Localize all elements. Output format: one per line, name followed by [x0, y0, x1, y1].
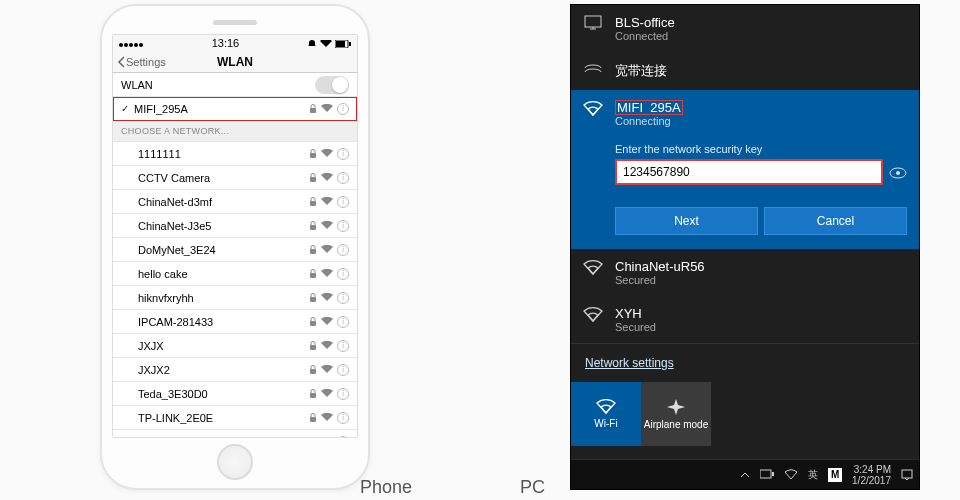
wifi-tile-label: Wi-Fi: [594, 418, 617, 429]
info-icon[interactable]: i: [337, 103, 349, 115]
pc-network-item[interactable]: ChinaNet-uR56Secured: [571, 249, 919, 296]
info-icon[interactable]: i: [337, 340, 349, 352]
security-key-panel: Enter the network security key: [571, 137, 919, 197]
network-name: Teda_3E30D0: [138, 388, 208, 400]
network-row[interactable]: ChinaNet-d3mfi: [113, 190, 357, 214]
network-settings-link[interactable]: Network settings: [571, 343, 919, 382]
tray-clock[interactable]: 3:24 PM 1/2/2017: [852, 464, 891, 486]
svg-rect-22: [902, 470, 912, 478]
network-name: hiknvfxryhh: [138, 292, 194, 304]
wifi-icon: [321, 317, 333, 326]
svg-rect-1: [336, 41, 345, 47]
lock-icon: [309, 197, 317, 207]
network-row[interactable]: CCTV Camerai: [113, 166, 357, 190]
network-name: CCTV Camera: [138, 172, 210, 184]
lock-icon: [309, 245, 317, 255]
network-row[interactable]: 1111111i: [113, 142, 357, 166]
svg-rect-15: [310, 417, 316, 422]
tray-chevron-up-icon[interactable]: [740, 469, 750, 481]
tray-wifi-icon[interactable]: [784, 469, 798, 480]
back-button[interactable]: Settings: [117, 56, 166, 68]
info-icon[interactable]: i: [337, 268, 349, 280]
taskbar: 英 M 3:24 PM 1/2/2017: [571, 459, 919, 489]
wifi-icon: [321, 341, 333, 350]
security-key-label: Enter the network security key: [615, 143, 907, 155]
network-row[interactable]: IPCAM-281433i: [113, 310, 357, 334]
security-key-input[interactable]: [615, 159, 883, 185]
network-row[interactable]: DoMyNet_3E24i: [113, 238, 357, 262]
network-row[interactable]: JXJX2i: [113, 358, 357, 382]
info-icon[interactable]: i: [337, 412, 349, 424]
network-name: IPCAM-281433: [138, 316, 213, 328]
network-row[interactable]: ChinaNet-J3e5i: [113, 214, 357, 238]
pc-caption: PC: [520, 477, 545, 498]
svg-rect-20: [760, 470, 771, 478]
info-icon[interactable]: i: [337, 436, 349, 439]
network-row[interactable]: TP-LINK_DD08i: [113, 430, 357, 438]
info-icon[interactable]: i: [337, 292, 349, 304]
info-icon[interactable]: i: [337, 196, 349, 208]
network-row[interactable]: TP-LINK_2E0Ei: [113, 406, 357, 430]
next-button[interactable]: Next: [615, 207, 758, 235]
network-name: TP-LINK_2E0E: [138, 412, 213, 424]
battery-icon: [335, 40, 351, 48]
network-name: TP-LINK_DD08: [138, 436, 214, 439]
wifi-icon: [321, 269, 333, 278]
lock-icon: [309, 341, 317, 351]
back-label: Settings: [126, 56, 166, 68]
page-title: WLAN: [217, 55, 253, 69]
reveal-password-icon[interactable]: [889, 165, 907, 179]
choose-network-header: CHOOSE A NETWORK...: [113, 121, 357, 142]
broadband-icon: [583, 62, 603, 76]
pc-active-status: Connecting: [615, 115, 683, 127]
wlan-toggle[interactable]: [315, 76, 349, 94]
phone-screen: 13:16 Settings WLAN WLAN ✓ MIFI_295A: [112, 34, 358, 438]
chevron-left-icon: [117, 56, 125, 68]
info-icon[interactable]: i: [337, 316, 349, 328]
network-row[interactable]: Teda_3E30D0i: [113, 382, 357, 406]
info-icon[interactable]: i: [337, 244, 349, 256]
svg-rect-11: [310, 321, 316, 326]
wlan-toggle-row[interactable]: WLAN: [113, 73, 357, 97]
tray-notifications-icon[interactable]: [901, 469, 913, 481]
info-icon[interactable]: i: [337, 220, 349, 232]
connected-network-name: MIFI_295A: [134, 103, 188, 115]
quick-tiles: Wi-Fi Airplane mode: [571, 382, 919, 446]
svg-rect-13: [310, 369, 316, 374]
pc-network-item[interactable]: BLS-officeConnected: [571, 5, 919, 52]
home-button[interactable]: [217, 444, 253, 480]
lock-icon: [309, 269, 317, 279]
pc-network-sub: Secured: [615, 274, 705, 286]
tray-ime-m[interactable]: M: [828, 468, 842, 482]
connect-button-row: Next Cancel: [571, 197, 919, 249]
info-icon[interactable]: i: [337, 364, 349, 376]
pc-network-item[interactable]: XYHSecured: [571, 296, 919, 343]
network-row[interactable]: hello cakei: [113, 262, 357, 286]
info-icon[interactable]: i: [337, 148, 349, 160]
wifi-secured-icon: [583, 259, 603, 275]
network-row[interactable]: hiknvfxryhhi: [113, 286, 357, 310]
tray-battery-icon[interactable]: [760, 469, 774, 480]
pc-network-item[interactable]: 宽带连接: [571, 52, 919, 90]
info-icon[interactable]: i: [337, 172, 349, 184]
pc-network-name: 宽带连接: [615, 62, 667, 80]
pc-network-active[interactable]: MIFI_295A Connecting: [571, 90, 919, 137]
network-row[interactable]: JXJXi: [113, 334, 357, 358]
pc-network-name: ChinaNet-uR56: [615, 259, 705, 274]
airplane-tile[interactable]: Airplane mode: [641, 382, 711, 446]
wlan-label: WLAN: [121, 79, 153, 91]
cancel-button[interactable]: Cancel: [764, 207, 907, 235]
pc-active-name: MIFI_295A: [615, 100, 683, 115]
network-name: JXJX2: [138, 364, 170, 376]
lock-icon: [309, 293, 317, 303]
wifi-icon: [320, 40, 332, 48]
info-icon[interactable]: i: [337, 388, 349, 400]
svg-rect-21: [772, 472, 774, 476]
svg-rect-12: [310, 345, 316, 350]
tray-ime-lang[interactable]: 英: [808, 468, 818, 482]
svg-rect-9: [310, 273, 316, 278]
wifi-tile[interactable]: Wi-Fi: [571, 382, 641, 446]
phone-caption: Phone: [360, 477, 412, 498]
lock-icon: [309, 149, 317, 159]
connected-network-row[interactable]: ✓ MIFI_295A i: [113, 97, 357, 121]
